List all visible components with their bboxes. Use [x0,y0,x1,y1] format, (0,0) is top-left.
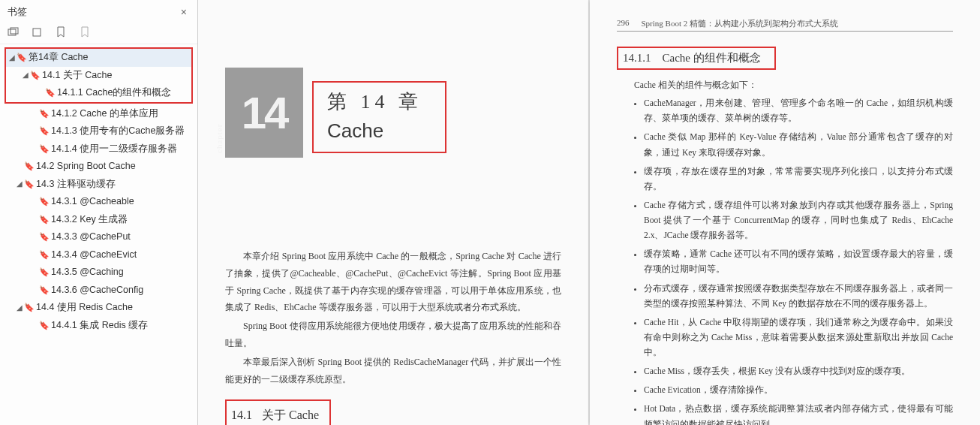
tree-node[interactable]: ◢🔖14.3 注释驱动缓存 [0,176,197,194]
paragraph: 本章最后深入剖析 Spring Boot 提供的 RedisCacheManag… [225,354,561,388]
book-title: Spring Boot 2 精髓：从构建小系统到架构分布式大系统 [642,18,838,29]
bookmark-glyph-icon: 🔖 [39,267,50,278]
section-number: 14.1 [231,408,252,421]
page-header: 296 Spring Boot 2 精髓：从构建小系统到架构分布式大系统 [617,18,953,32]
tree-node-label: 14.3.6 @CacheConfig [51,284,143,297]
bookmark-glyph-icon: 🔖 [39,249,50,261]
tree-node-label: 14.4.1 集成 Redis 缓存 [51,319,148,333]
tree-node[interactable]: ◢🔖14.4 使用 Redis Cache [0,299,197,317]
twisty-icon[interactable]: ◢ [15,179,24,189]
bookmark-glyph-icon: 🔖 [39,196,50,207]
highlighted-tree-group: ◢🔖第14章 Cache◢🔖14.1 关于 Cache🔖14.1.1 Cache… [5,47,193,104]
intro-line: Cache 相关的组件与概念如下： [617,77,953,92]
bookmark-outline-icon[interactable] [78,26,92,39]
tree-node[interactable]: 🔖14.2 Spring Boot Cache [0,158,197,176]
tree-node[interactable]: 🔖14.3.5 @Caching [0,264,197,282]
sidebar-header: 书签 × [0,0,197,23]
section-heading-box: 14.1 关于 Cache [225,399,331,425]
tree-node-label: 14.4 使用 Redis Cache [36,301,133,315]
chapter-title-line1: 第 14 章 [327,89,422,115]
bookmark-glyph-icon: 🔖 [39,108,50,119]
paragraph: 本章介绍 Spring Boot 应用系统中 Cache 的一般概念，Sprin… [225,248,561,316]
page-body: Cache 相关的组件与概念如下： CacheManager，用来创建、管理、管… [617,77,953,425]
page-number: 296 [617,18,630,29]
subsection-title: 14.1.1 Cache 的组件和概念 [623,52,761,64]
list-item: Cache 类似 Map 那样的 Key-Value 存储结构，Value 部分… [644,129,953,159]
twisty-icon[interactable]: ◢ [8,53,17,63]
sidebar-toolbar [0,23,197,44]
sidebar-title: 书签 [8,5,27,19]
tree-node[interactable]: 🔖14.3.1 @Cacheable [0,193,197,211]
bookmark-glyph-icon: 🔖 [39,285,50,296]
tree-node[interactable]: 🔖14.1.3 使用专有的Cache服务器 [0,122,197,140]
chapter-number-block: chapter 14 [225,68,303,158]
tree-node-label: 14.2 Spring Boot Cache [36,160,136,173]
list-item: 缓存策略，通常 Cache 还可以有不同的缓存策略，如设置缓存最大的容量，缓存项… [644,246,953,276]
tree-node-label: 14.3.3 @CachePut [51,231,131,244]
tree-node-label: 14.1 关于 Cache [42,69,112,83]
collapse-all-icon[interactable] [30,26,44,39]
bookmark-glyph-icon: 🔖 [24,161,35,172]
list-item: CacheManager，用来创建、管理、管理多个命名唯一的 Cache，如组织… [644,95,953,125]
bookmark-glyph-icon: 🔖 [17,52,27,63]
bookmark-glyph-icon: 🔖 [39,125,50,137]
document-view[interactable]: chapter 14 第 14 章 Cache 本章介绍 Spring Boot… [198,0,980,425]
tree-node[interactable]: 🔖14.1.1 Cache的组件和概念 [6,84,191,102]
bookmark-glyph-icon: 🔖 [39,231,50,243]
bullet-list: CacheManager，用来创建、管理、管理多个命名唯一的 Cache，如组织… [644,95,953,425]
tree-node[interactable]: ◢🔖第14章 Cache [6,49,191,67]
bookmark-tree[interactable]: ◢🔖第14章 Cache◢🔖14.1 关于 Cache🔖14.1.1 Cache… [0,44,197,425]
tree-node[interactable]: 🔖14.3.4 @CacheEvict [0,246,197,264]
bookmark-glyph-icon: 🔖 [39,143,50,155]
svg-rect-2 [33,29,41,36]
tree-node-label: 14.3.4 @CacheEvict [51,249,137,262]
chapter-vertical-label: chapter [215,124,224,153]
list-item: Cache 存储方式，缓存组件可以将对象放到内存或其他缓存服务器上，Spring… [644,197,953,243]
page-body: 本章介绍 Spring Boot 应用系统中 Cache 的一般概念，Sprin… [225,248,561,425]
bookmark-glyph-icon: 🔖 [24,302,35,313]
tree-node-label: 14.3.5 @Caching [51,266,124,279]
chapter-number: 14 [242,87,287,139]
page-right: 296 Spring Boot 2 精髓：从构建小系统到架构分布式大系统 14.… [590,0,980,425]
expand-all-icon[interactable] [6,26,20,39]
bookmark-glyph-icon: 🔖 [39,214,50,225]
bookmark-glyph-icon: 🔖 [45,87,56,98]
svg-rect-1 [11,28,18,34]
subsection-heading-box: 14.1.1 Cache 的组件和概念 [617,47,776,70]
page-left: chapter 14 第 14 章 Cache 本章介绍 Spring Boot… [198,0,588,425]
bookmarks-sidebar: 书签 × ◢🔖第14章 Cache◢🔖14.1 关于 Cache🔖14.1.1 … [0,0,198,425]
tree-node-label: 14.1.1 Cache的组件和概念 [57,86,171,100]
tree-node-label: 14.3 注释驱动缓存 [36,178,116,191]
list-item: 缓存项，存放在缓存里的对象，常常需要实现序列化接口，以支持分布式缓存。 [644,164,953,194]
bookmark-glyph-icon: 🔖 [30,70,41,81]
tree-node[interactable]: 🔖14.3.2 Key 生成器 [0,211,197,229]
twisty-icon[interactable]: ◢ [15,303,24,313]
chapter-title-line2: Cache [327,119,422,143]
svg-rect-0 [8,29,16,35]
twisty-icon[interactable]: ◢ [21,70,30,80]
close-icon[interactable]: × [178,5,190,20]
tree-node[interactable]: 🔖14.1.4 使用一二级缓存服务器 [0,140,197,158]
list-item: Hot Data，热点数据，缓存系统能调整算法或者内部存储方式，使得最有可能频繁… [644,401,953,425]
tree-node[interactable]: ◢🔖14.1 关于 Cache [6,67,191,85]
tree-node-label: 14.1.3 使用专有的Cache服务器 [51,125,185,138]
tree-node[interactable]: 🔖14.3.3 @CachePut [0,228,197,246]
tree-node[interactable]: 🔖14.1.2 Cache 的单体应用 [0,105,197,123]
list-item: Cache Evication，缓存清除操作。 [644,382,953,397]
bookmark-glyph-icon: 🔖 [39,320,50,331]
list-item: Cache Miss，缓存丢失，根据 Key 没有从缓存中找到对应的缓存项。 [644,363,953,378]
tree-node-label: 14.3.2 Key 生成器 [51,213,128,227]
list-item: 分布式缓存，缓存通常按照缓存数据类型存放在不同缓存服务器上，或者同一类型的缓存按… [644,281,953,311]
list-item: Cache Hit，从 Cache 中取得期望的缓存项，我们通常称之为缓存命中。… [644,315,953,360]
tree-node[interactable]: 🔖14.4.1 集成 Redis 缓存 [0,317,197,335]
paragraph: Spring Boot 使得应用系统能很方便地使用缓存，极大提高了应用系统的性能… [225,318,561,352]
section-name: 关于 Cache [262,408,319,421]
chapter-title-box: 第 14 章 Cache [312,81,446,153]
bookmark-glyph-icon: 🔖 [24,179,35,190]
tree-node[interactable]: 🔖14.3.6 @CacheConfig [0,282,197,300]
tree-node-label: 第14章 Cache [29,51,89,65]
bookmark-icon[interactable] [54,26,68,39]
tree-node-label: 14.1.2 Cache 的单体应用 [51,107,158,121]
tree-node-label: 14.1.4 使用一二级缓存服务器 [51,143,177,156]
tree-node-label: 14.3.1 @Cacheable [51,195,134,209]
